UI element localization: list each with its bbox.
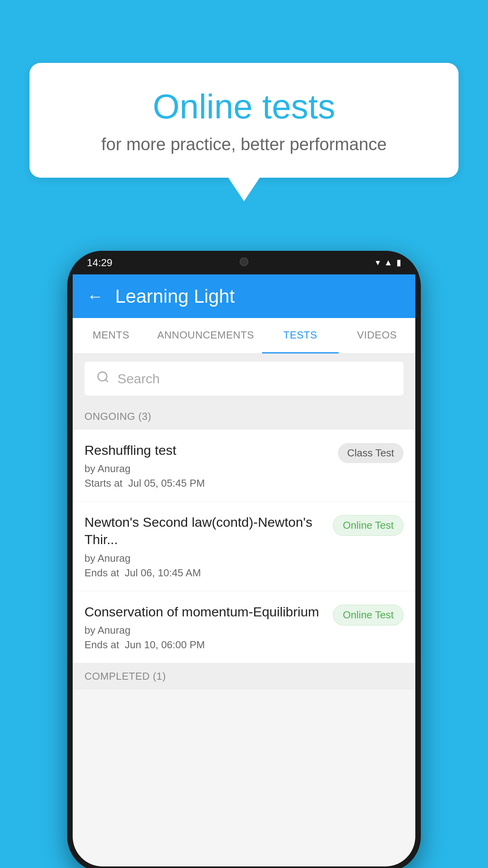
app-header: ← Learning Light xyxy=(73,274,415,318)
phone-notch xyxy=(209,251,279,272)
tab-announcements[interactable]: ANNOUNCEMENTS xyxy=(149,318,262,353)
search-bar[interactable]: Search xyxy=(84,362,404,395)
test-name-newton: Newton's Second law(contd)-Newton's Thir… xyxy=(84,513,325,548)
tab-tests[interactable]: TESTS xyxy=(262,318,339,353)
speech-bubble-title: Online tests xyxy=(61,86,427,127)
test-time-conservation: Ends at Jun 10, 06:00 PM xyxy=(84,639,325,651)
test-badge-newton: Online Test xyxy=(333,515,404,536)
speech-bubble-subtitle: for more practice, better performance xyxy=(61,134,427,154)
status-icons: ▾ ▲ ▮ xyxy=(376,257,401,268)
status-time: 14:29 xyxy=(87,257,112,269)
speech-bubble-pointer xyxy=(228,178,260,201)
app-title: Learning Light xyxy=(115,285,235,307)
test-list: Reshuffling test by Anurag Starts at Jul… xyxy=(73,430,415,663)
test-info-conservation: Conservation of momentum-Equilibrium by … xyxy=(84,603,325,651)
svg-point-0 xyxy=(98,372,107,381)
speech-bubble-container: Online tests for more practice, better p… xyxy=(29,63,459,201)
wifi-icon: ▾ xyxy=(376,257,380,268)
test-info-newton: Newton's Second law(contd)-Newton's Thir… xyxy=(84,513,325,579)
back-button[interactable]: ← xyxy=(87,287,103,306)
test-name-reshuffling: Reshuffling test xyxy=(84,441,330,459)
test-badge-reshuffling: Class Test xyxy=(338,443,404,463)
test-item-conservation[interactable]: Conservation of momentum-Equilibrium by … xyxy=(73,591,415,663)
phone-frame: 14:29 ▾ ▲ ▮ ← Learning Light MENTS ANNOU… xyxy=(67,251,421,868)
test-info-reshuffling: Reshuffling test by Anurag Starts at Jul… xyxy=(84,441,330,489)
completed-section-header: COMPLETED (1) xyxy=(73,663,415,690)
test-author-newton: by Anurag xyxy=(84,552,325,565)
search-icon xyxy=(96,370,110,387)
phone-camera xyxy=(240,257,248,266)
tab-ments[interactable]: MENTS xyxy=(73,318,149,353)
ongoing-section-header: ONGOING (3) xyxy=(73,403,415,430)
svg-line-1 xyxy=(106,380,108,382)
tab-videos[interactable]: VIDEOS xyxy=(339,318,415,353)
test-name-conservation: Conservation of momentum-Equilibrium xyxy=(84,603,325,620)
search-container: Search xyxy=(73,354,415,403)
search-input-placeholder[interactable]: Search xyxy=(117,371,160,386)
signal-icon: ▲ xyxy=(384,257,393,268)
battery-icon: ▮ xyxy=(396,257,401,268)
test-item-newton[interactable]: Newton's Second law(contd)-Newton's Thir… xyxy=(73,502,415,591)
test-badge-conservation: Online Test xyxy=(333,605,404,625)
test-author-reshuffling: by Anurag xyxy=(84,463,330,475)
test-time-newton: Ends at Jul 06, 10:45 AM xyxy=(84,567,325,579)
status-bar: 14:29 ▾ ▲ ▮ xyxy=(67,251,421,274)
test-author-conservation: by Anurag xyxy=(84,624,325,636)
test-time-reshuffling: Starts at Jul 05, 05:45 PM xyxy=(84,477,330,489)
phone-screen: ← Learning Light MENTS ANNOUNCEMENTS TES… xyxy=(73,274,415,866)
tabs-container: MENTS ANNOUNCEMENTS TESTS VIDEOS xyxy=(73,318,415,354)
test-item-reshuffling[interactable]: Reshuffling test by Anurag Starts at Jul… xyxy=(73,430,415,502)
speech-bubble: Online tests for more practice, better p… xyxy=(29,63,459,178)
